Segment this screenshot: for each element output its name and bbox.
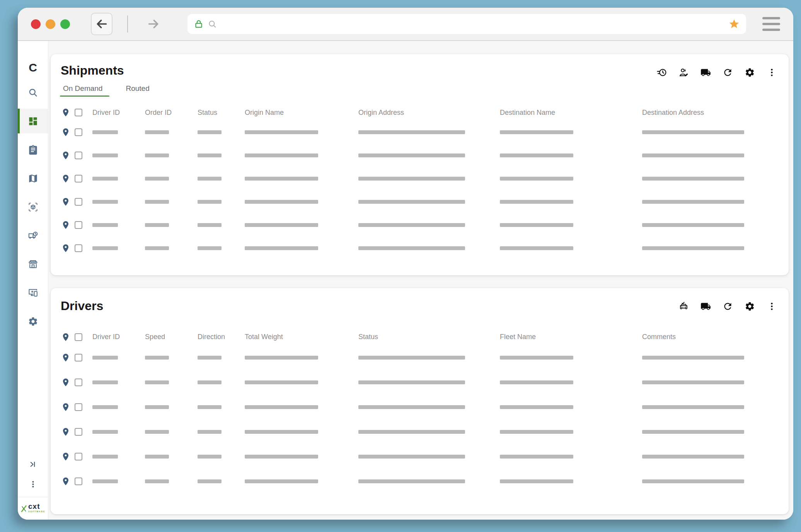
collapse-right-icon — [28, 459, 38, 469]
gear-icon[interactable] — [745, 67, 755, 78]
forward-arrow-icon — [147, 17, 160, 31]
map-pin-icon[interactable] — [61, 197, 70, 206]
sidebar-item-parcel-scan[interactable] — [18, 194, 48, 219]
table-row[interactable] — [61, 395, 779, 419]
sidebar-item-vehicle-schedule[interactable] — [18, 223, 48, 248]
more-vert-icon[interactable] — [767, 67, 777, 78]
url-input[interactable] — [221, 20, 724, 29]
map-pin-icon[interactable] — [61, 378, 70, 387]
row-checkbox[interactable] — [75, 175, 82, 182]
truck-icon[interactable] — [700, 301, 711, 312]
map-pin-icon[interactable] — [61, 353, 70, 362]
skeleton-bar — [642, 153, 744, 157]
table-row[interactable] — [61, 469, 779, 494]
table-row[interactable] — [61, 444, 779, 469]
row-checkbox[interactable] — [75, 198, 82, 206]
sidebar-item-orders[interactable] — [18, 137, 48, 162]
skeleton-bar — [500, 380, 573, 384]
app-body: C — [18, 41, 793, 520]
skeleton-bar — [145, 246, 169, 250]
shipments-panel: Shipments On Demand Routed — [51, 54, 789, 275]
forward-button[interactable] — [143, 13, 164, 35]
refresh-icon[interactable] — [723, 301, 733, 312]
sidebar-item-settings[interactable] — [18, 309, 48, 334]
drivers-panel: Drivers Driver ID Speed Direction Total … — [51, 288, 789, 515]
map-pin-icon[interactable] — [61, 402, 70, 412]
hamburger-menu-button[interactable] — [762, 17, 780, 31]
row-checkbox[interactable] — [75, 244, 82, 252]
more-vert-icon[interactable] — [767, 301, 777, 312]
map-pin-icon[interactable] — [61, 151, 70, 160]
hamburger-bar — [762, 23, 780, 25]
table-row[interactable] — [61, 144, 779, 167]
row-checkbox[interactable] — [75, 477, 82, 485]
map-pin-icon[interactable] — [61, 244, 70, 253]
skeleton-bar — [358, 380, 465, 384]
row-checkbox[interactable] — [75, 354, 82, 361]
vehicle-check-icon[interactable] — [678, 301, 689, 312]
skeleton-bar — [358, 130, 465, 134]
row-checkbox[interactable] — [75, 221, 82, 229]
table-row[interactable] — [61, 237, 779, 260]
skeleton-bar — [198, 356, 222, 360]
truck-icon[interactable] — [700, 67, 711, 78]
row-checkbox[interactable] — [75, 128, 82, 136]
search-icon — [208, 19, 217, 29]
map-pin-icon[interactable] — [61, 452, 70, 461]
skeleton-bar — [500, 130, 573, 134]
back-button[interactable] — [91, 13, 112, 35]
sidebar-item-map[interactable] — [18, 166, 48, 191]
table-row[interactable] — [61, 370, 779, 395]
map-pin-icon[interactable] — [61, 128, 70, 137]
row-checkbox[interactable] — [75, 453, 82, 460]
url-bar[interactable] — [187, 14, 746, 34]
table-row[interactable] — [61, 213, 779, 237]
select-all-checkbox[interactable] — [75, 333, 82, 341]
tab-routed[interactable]: Routed — [124, 84, 151, 97]
sidebar-item-devices[interactable] — [18, 280, 48, 305]
skeleton-bar — [358, 479, 465, 483]
table-row[interactable] — [61, 419, 779, 444]
map-pin-icon[interactable] — [61, 174, 70, 183]
sidebar-item-search[interactable] — [18, 80, 48, 105]
star-icon[interactable] — [728, 18, 740, 30]
skeleton-bar — [500, 479, 573, 483]
assign-driver-icon[interactable] — [678, 67, 689, 78]
sidebar-item-storefront[interactable] — [18, 252, 48, 276]
pending-time-icon[interactable] — [656, 67, 667, 78]
table-row[interactable] — [61, 167, 779, 190]
row-checkbox[interactable] — [75, 379, 82, 386]
more-vert-icon — [28, 479, 38, 489]
table-row[interactable] — [61, 190, 779, 213]
nav-separator — [127, 15, 128, 32]
select-all-checkbox[interactable] — [75, 109, 82, 116]
row-checkbox[interactable] — [75, 152, 82, 159]
sidebar-expand-button[interactable] — [28, 457, 38, 472]
skeleton-bar — [500, 405, 573, 409]
row-checkbox[interactable] — [75, 403, 82, 411]
map-pin-icon[interactable] — [61, 427, 70, 437]
skeleton-bar — [500, 246, 573, 250]
close-button[interactable] — [31, 19, 41, 29]
brand-x-icon — [20, 504, 27, 513]
sidebar-more-button[interactable] — [28, 477, 38, 492]
sidebar-item-dashboard[interactable] — [18, 109, 48, 133]
row-checkbox[interactable] — [75, 428, 82, 436]
skeleton-bar — [245, 455, 318, 459]
refresh-icon[interactable] — [723, 67, 733, 78]
map-pin-icon[interactable] — [61, 477, 70, 486]
gear-icon[interactable] — [745, 301, 755, 312]
table-row[interactable] — [61, 345, 779, 370]
table-row[interactable] — [61, 121, 779, 144]
tab-on-demand[interactable]: On Demand — [61, 84, 104, 97]
column-header: Destination Name — [500, 109, 642, 117]
skeleton-bar — [358, 405, 465, 409]
skeleton-bar — [145, 380, 169, 384]
zoom-button[interactable] — [60, 19, 70, 29]
skeleton-bar — [198, 200, 222, 204]
column-header: Speed — [145, 333, 198, 341]
minimize-button[interactable] — [46, 19, 55, 29]
map-pin-icon[interactable] — [61, 220, 70, 230]
lock-icon — [194, 19, 204, 29]
skeleton-bar — [245, 200, 318, 204]
